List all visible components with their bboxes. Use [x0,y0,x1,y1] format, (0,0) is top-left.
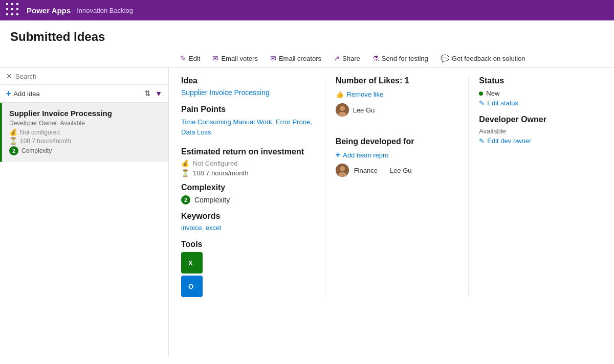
list-controls: ⇅ ▼ [144,89,162,98]
list-item-hours: ⏳ 108.7 hours/month [9,137,161,145]
outlook-icon: O [181,276,203,297]
share-button[interactable]: ↗ Share [327,52,366,64]
svg-point-8 [340,166,345,171]
app-subtitle: Innovation Backlog [77,7,133,14]
main-layout: ✕ + Add idea ⇅ ▼ Supplier Invoice Proces… [0,68,614,356]
svg-text:X: X [188,259,193,267]
close-search-icon[interactable]: ✕ [6,72,12,80]
keywords-text: invoice, excel [181,224,315,232]
plus-icon: + [6,89,11,98]
get-feedback-button[interactable]: 💬 Get feedback on solution [434,52,532,64]
list-item-roi: 💰 Not configured [9,128,161,136]
excel-svg: X [186,257,198,268]
right-content: Idea Supplier Invoice Processing Pain Po… [169,68,614,356]
list-item-complexity: 2 Complexity [9,146,161,155]
complexity-label: Complexity [181,183,315,192]
status-row: New [479,89,602,97]
roi-label: Estimated return on investment [181,147,315,156]
pencil2-icon: ✎ [479,99,485,107]
complexity-value-badge: 2 [181,195,190,204]
pain-points-label: Pain Points [181,105,315,114]
list-item[interactable]: Supplier Invoice Processing Developer Ow… [0,103,168,162]
liker-row: Lee Gu [336,103,458,117]
complexity-row: 2 Complexity [181,195,315,204]
detail-column-2: Number of Likes: 1 👍 Remove like Lee Gu … [325,76,458,297]
pencil3-icon: ✎ [479,137,485,145]
idea-section-label: Idea [181,76,315,85]
idea-link[interactable]: Supplier Invoice Processing [181,88,315,97]
mail-icon: ✉ [212,54,218,62]
filter-icon[interactable]: ▼ [155,89,162,98]
list-item-title: Supplier Invoice Processing [9,109,161,118]
team-avatar [336,164,349,177]
outlook-svg: O [186,281,198,292]
add-idea-row: + Add idea ⇅ ▼ [0,85,168,103]
dev-owner-value: Available [479,127,602,135]
add-team-button[interactable]: + Add team repro [336,150,389,160]
edit-button[interactable]: ✎ Edit [174,52,206,64]
edit-status-button[interactable]: ✎ Edit status [479,99,518,107]
money-icon: 💰 [9,128,17,136]
detail-column-1: Idea Supplier Invoice Processing Pain Po… [181,76,315,297]
detail-column-3: Status New ✎ Edit status Developer Owner… [468,76,602,297]
status-title: Status [479,76,602,85]
search-bar: ✕ [0,68,168,85]
likes-title: Number of Likes: 1 [336,76,458,85]
tools-label: Tools [181,240,315,249]
feedback-icon: 💬 [441,54,449,62]
sort-icon[interactable]: ⇅ [144,89,151,98]
keywords-label: Keywords [181,212,315,221]
dev-owner-title: Developer Owner [479,115,602,124]
being-developed-title: Being developed for [336,137,458,146]
plus-icon2: + [336,150,340,160]
pain-points-text: Time Consuming Manual Work, Error Prone,… [181,117,315,137]
pencil-icon: ✎ [180,54,186,62]
page-title-bar: Submitted Ideas [0,20,614,49]
app-grid-icon[interactable] [6,3,20,17]
email-creators-button[interactable]: ✉ Email creators [264,52,327,64]
mail2-icon: ✉ [270,54,276,62]
money-icon2: 💰 [181,160,189,167]
status-dot [479,92,483,96]
roi-not-configured: 💰 Not Configured [181,160,315,167]
left-panel: ✕ + Add idea ⇅ ▼ Supplier Invoice Proces… [0,68,169,356]
svg-text:O: O [188,283,193,290]
search-input[interactable] [15,73,162,80]
roi-section: 💰 Not Configured ⏳ 108.7 hours/month [181,160,315,177]
share-icon: ↗ [334,54,340,62]
liker-avatar [336,103,349,117]
email-voters-button[interactable]: ✉ Email voters [206,52,264,64]
page-title: Submitted Ideas [10,30,604,44]
team-row: Finance Lee Gu [336,164,458,177]
edit-dev-owner-button[interactable]: ✎ Edit dev owner [479,137,531,145]
clock-icon: ⏳ [9,137,17,145]
app-title: Power Apps [27,6,71,15]
svg-point-5 [340,106,345,111]
add-idea-button[interactable]: + Add idea [6,89,141,98]
clock-icon2: ⏳ [181,169,189,177]
top-nav: Power Apps Innovation Backlog [0,0,614,20]
flask-icon: ⚗ [372,54,379,62]
tools-grid: X O [181,252,315,297]
roi-hours: ⏳ 108.7 hours/month [181,169,315,177]
send-for-testing-button[interactable]: ⚗ Send for testing [366,52,434,64]
remove-like-button[interactable]: 👍 Remove like [336,90,384,98]
complexity-badge: 2 [9,146,18,155]
excel-icon: X [181,252,203,274]
action-bar: ✎ Edit ✉ Email voters ✉ Email creators ↗… [0,49,614,68]
thumbsup-icon: 👍 [336,90,344,98]
list-item-developer: Developer Owner: Available [9,120,161,127]
